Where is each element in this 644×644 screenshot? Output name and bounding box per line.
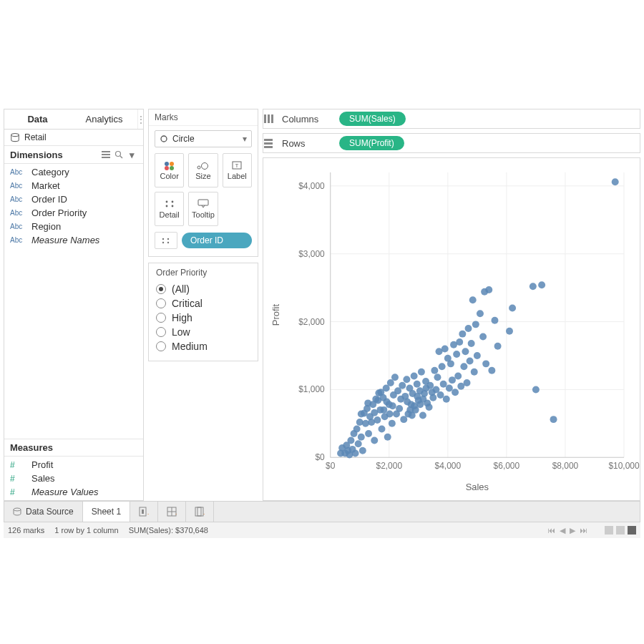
tab-data-source[interactable]: Data Source — [4, 502, 83, 522]
pane-resize-handle[interactable]: ⋮ — [137, 109, 143, 129]
nav-first-icon[interactable]: ⏮ — [547, 526, 555, 535]
tab-analytics[interactable]: Analytics — [71, 109, 137, 129]
svg-text:$1,000: $1,000 — [298, 384, 325, 394]
svg-point-69 — [358, 434, 365, 441]
filter-card: Order Priority (All)CriticalHighLowMediu… — [148, 263, 258, 361]
status-mark-count: 126 marks — [8, 526, 44, 535]
nav-prev-icon[interactable]: ◀ — [560, 526, 565, 535]
field-label: Market — [31, 180, 60, 191]
view-grid-icon[interactable] — [605, 526, 613, 535]
tab-data[interactable]: Data — [4, 109, 71, 129]
svg-point-145 — [474, 352, 481, 359]
new-story-button[interactable]: + — [186, 502, 214, 522]
radio-icon — [156, 284, 166, 294]
dimension-order-id[interactable]: AbcOrder ID — [4, 192, 143, 206]
nav-last-icon[interactable]: ⏭ — [580, 526, 587, 535]
search-icon[interactable] — [113, 149, 125, 160]
filter-option-low[interactable]: Low — [156, 325, 250, 339]
svg-text:$4,000: $4,000 — [435, 461, 462, 471]
filter-option-high[interactable]: High — [156, 311, 250, 325]
svg-point-67 — [355, 440, 362, 447]
svg-point-164 — [371, 409, 378, 416]
type-number-icon: # — [10, 474, 26, 484]
marks-color-button[interactable]: Color — [155, 153, 184, 187]
dimension-order-priority[interactable]: AbcOrder Priority — [4, 206, 143, 220]
view-single-icon[interactable] — [628, 526, 636, 535]
svg-point-96 — [399, 382, 406, 389]
measure-sales[interactable]: #Sales — [4, 472, 143, 485]
columns-pill[interactable]: SUM(Sales) — [339, 112, 406, 126]
marks-label-button[interactable]: T Label — [223, 153, 252, 187]
svg-rect-24 — [264, 114, 266, 123]
filter-option-medium[interactable]: Medium — [156, 339, 250, 353]
new-story-icon: + — [195, 507, 205, 517]
svg-text:$6,000: $6,000 — [494, 461, 520, 471]
field-label: Order Priority — [31, 208, 87, 218]
new-worksheet-icon: + — [139, 507, 149, 517]
chevron-down-icon: ▾ — [243, 134, 247, 144]
svg-point-130 — [452, 389, 459, 396]
dimension-category[interactable]: AbcCategory — [4, 165, 143, 179]
svg-point-149 — [482, 360, 489, 367]
nav-next-icon[interactable]: ▶ — [570, 526, 575, 535]
detail-drop-target[interactable] — [155, 232, 177, 249]
measure-profit[interactable]: #Profit — [4, 458, 143, 472]
svg-point-150 — [485, 286, 492, 293]
svg-point-180 — [429, 389, 436, 396]
view-pane: Columns SUM(Sales) Rows SUM(Profit) $0$2… — [263, 109, 640, 501]
menu-caret-icon[interactable]: ▾ — [126, 149, 137, 160]
datasource-row[interactable]: Retail — [4, 130, 143, 146]
marks-detail-button[interactable]: Detail — [155, 192, 184, 226]
svg-point-168 — [384, 399, 391, 406]
svg-point-94 — [396, 405, 403, 412]
columns-shelf[interactable]: Columns SUM(Sales) — [263, 109, 640, 129]
svg-rect-29 — [264, 146, 273, 148]
field-label: Measure Values — [31, 487, 98, 497]
svg-point-116 — [431, 367, 438, 374]
svg-point-178 — [422, 385, 429, 392]
rows-pill[interactable]: SUM(Profit) — [339, 136, 404, 150]
marks-card: Marks Circle ▾ Color Size — [148, 109, 258, 257]
filter-option-critical[interactable]: Critical — [156, 296, 250, 311]
tab-sheet1[interactable]: Sheet 1 — [83, 502, 130, 522]
svg-point-72 — [362, 420, 369, 427]
filter-option-all[interactable]: (All) — [156, 282, 250, 296]
list-view-icon[interactable] — [100, 149, 112, 160]
rows-shelf[interactable]: Rows SUM(Profit) — [263, 133, 640, 153]
scatter-chart[interactable]: $0$2,000$4,000$6,000$8,000$10,000$0$1,00… — [263, 157, 640, 501]
marks-size-button[interactable]: Size — [188, 153, 218, 187]
svg-point-146 — [477, 310, 484, 317]
svg-point-135 — [459, 331, 466, 338]
measure-measure-values[interactable]: #Measure Values — [4, 485, 143, 499]
radio-label: Medium — [172, 341, 208, 352]
status-bar: 126 marks 1 row by 1 column SUM(Sales): … — [4, 522, 640, 538]
dimension-measure-names[interactable]: AbcMeasure Names — [4, 233, 143, 247]
svg-point-106 — [414, 381, 421, 388]
view-filmstrip-icon[interactable] — [616, 526, 625, 535]
svg-point-159 — [550, 416, 557, 423]
svg-point-152 — [491, 317, 498, 324]
svg-point-22 — [162, 242, 164, 243]
svg-point-136 — [460, 363, 467, 370]
svg-point-171 — [404, 399, 411, 406]
svg-point-123 — [441, 346, 449, 353]
datasource-name: Retail — [24, 132, 47, 142]
rows-label: Rows — [282, 138, 336, 149]
dimension-market[interactable]: AbcMarket — [4, 179, 143, 192]
svg-point-147 — [479, 333, 487, 340]
svg-rect-25 — [268, 114, 270, 123]
marks-tooltip-button[interactable]: Tooltip — [188, 192, 218, 226]
type-abc-icon: Abc — [10, 182, 26, 190]
svg-point-128 — [449, 376, 456, 384]
detail-pill-orderid[interactable]: Order ID — [182, 233, 252, 248]
svg-point-181 — [14, 508, 21, 511]
dimension-region[interactable]: AbcRegion — [4, 220, 143, 233]
svg-point-91 — [391, 374, 399, 381]
mark-type-dropdown[interactable]: Circle ▾ — [155, 130, 252, 147]
new-worksheet-button[interactable]: + — [130, 502, 158, 522]
new-dashboard-button[interactable]: + — [158, 502, 186, 522]
svg-text:T: T — [235, 162, 239, 169]
svg-point-10 — [170, 166, 174, 170]
svg-text:$8,000: $8,000 — [552, 461, 579, 471]
svg-point-104 — [411, 372, 418, 379]
